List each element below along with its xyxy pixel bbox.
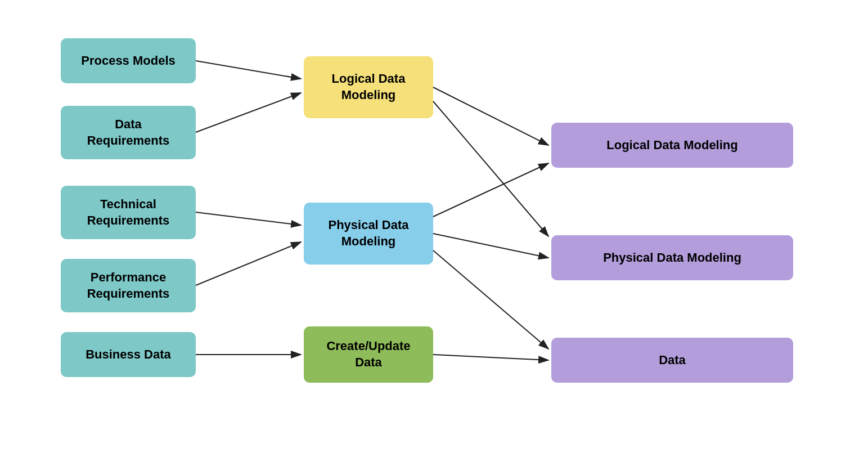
data-requirements-node: DataRequirements xyxy=(61,106,196,159)
diagram-container: Process Models DataRequirements Technica… xyxy=(0,0,868,457)
svg-line-7 xyxy=(433,101,548,236)
svg-line-11 xyxy=(433,355,548,360)
data-right-node: Data xyxy=(551,338,793,383)
create-update-data-node: Create/UpdateData xyxy=(304,326,433,383)
physical-data-modeling-center-node: Physical DataModeling xyxy=(304,203,433,265)
svg-line-10 xyxy=(433,250,548,349)
svg-line-9 xyxy=(433,234,548,258)
physical-data-modeling-right-node: Physical Data Modeling xyxy=(551,235,793,280)
svg-line-2 xyxy=(196,93,301,132)
technical-requirements-node: TechnicalRequirements xyxy=(61,186,196,239)
svg-line-3 xyxy=(196,212,301,225)
svg-line-8 xyxy=(433,163,548,217)
svg-line-4 xyxy=(196,242,301,285)
svg-line-6 xyxy=(433,87,548,145)
logical-data-modeling-center-node: Logical DataModeling xyxy=(304,56,433,118)
svg-line-1 xyxy=(196,61,301,79)
business-data-node: Business Data xyxy=(61,332,196,377)
logical-data-modeling-right-node: Logical Data Modeling xyxy=(551,123,793,168)
process-models-node: Process Models xyxy=(61,38,196,83)
performance-requirements-node: PerformanceRequirements xyxy=(61,259,196,312)
